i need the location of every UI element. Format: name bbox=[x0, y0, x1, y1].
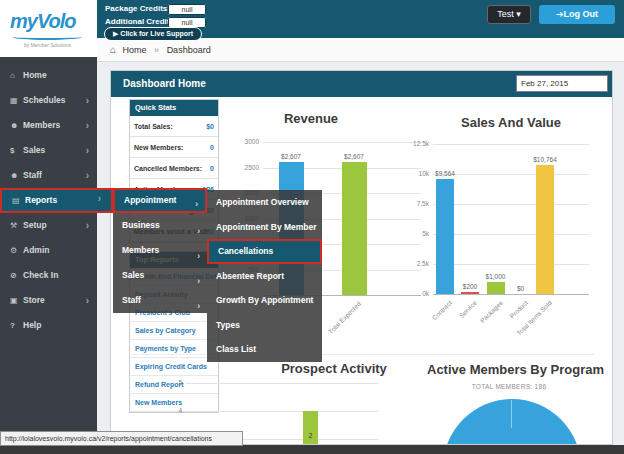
x-category-label: Contract bbox=[403, 299, 453, 349]
gridline bbox=[433, 204, 589, 205]
sidebar-item-check-in[interactable]: ⊘Check In bbox=[0, 263, 97, 288]
submenu-item-cancellations[interactable]: Cancellations bbox=[207, 239, 322, 264]
package-credits-label: Package Credits: bbox=[105, 4, 170, 13]
menu-item-business[interactable]: Business› bbox=[113, 213, 207, 238]
sidebar-item-home[interactable]: ⌂Home bbox=[0, 63, 97, 88]
bar-value-label: $1,000 bbox=[474, 273, 518, 280]
menu-item-sales[interactable]: Sales› bbox=[113, 263, 207, 288]
sidebar-item-label: Staff bbox=[23, 170, 42, 180]
y-tick-label: 4 bbox=[150, 407, 182, 414]
chevron-right-icon: › bbox=[195, 194, 198, 215]
sidebar-item-staff[interactable]: ☻Staff› bbox=[0, 163, 97, 188]
status-url-tooltip: http://lolalovesvolo.myvolo.ca/v2/report… bbox=[0, 431, 243, 446]
checkin-icon: ⊘ bbox=[10, 263, 23, 288]
submenu-item-label: Appointment By Member bbox=[216, 222, 317, 232]
menu-item-staff[interactable]: Staff› bbox=[113, 288, 207, 313]
chevron-right-icon: › bbox=[86, 213, 89, 238]
brand-tagline: by Member Solutions bbox=[24, 42, 71, 48]
gridline bbox=[433, 264, 589, 265]
submenu-item-label: Appointment Overview bbox=[216, 197, 309, 207]
submenu-item-types[interactable]: Types bbox=[207, 313, 322, 338]
submenu-item-label: Cancellations bbox=[218, 246, 273, 256]
sidebar-item-help[interactable]: ?Help bbox=[0, 313, 97, 338]
pie-slice-divider bbox=[511, 400, 512, 428]
sidebar-item-label: Reports bbox=[25, 195, 57, 205]
sidebar-item-label: Store bbox=[23, 295, 45, 305]
home-icon: ⌂ bbox=[110, 44, 116, 55]
breadcrumb-separator: » bbox=[154, 45, 159, 55]
bar bbox=[461, 292, 479, 294]
sidebar-item-label: Sales bbox=[23, 145, 45, 155]
gridline bbox=[433, 144, 589, 145]
sidebar-item-reports[interactable]: ▤Reports› bbox=[0, 188, 113, 213]
home-icon: ⌂ bbox=[10, 63, 23, 88]
y-tick-label: 2.5k bbox=[397, 260, 429, 267]
sidebar-item-setup[interactable]: ⚒Setup› bbox=[0, 213, 97, 238]
app-window: Package Credits: null Additional Credits… bbox=[0, 0, 624, 454]
x-category-label: Packages bbox=[453, 299, 503, 349]
member-icon: ☻ bbox=[10, 113, 23, 138]
bar-value-label: $2,607 bbox=[332, 153, 376, 160]
chevron-right-icon: › bbox=[86, 138, 89, 163]
sidebar-item-label: Admin bbox=[23, 245, 49, 255]
sidebar-item-members[interactable]: ☻Members› bbox=[0, 113, 97, 138]
bar-value-label: $200 bbox=[448, 283, 492, 290]
dollar-icon: $ bbox=[10, 138, 23, 163]
breadcrumb-home[interactable]: Home bbox=[123, 45, 147, 55]
x-axis-line bbox=[433, 294, 589, 295]
bar-value-label: 2 bbox=[289, 432, 333, 439]
gear-icon: ⚙ bbox=[10, 238, 23, 263]
gridline bbox=[186, 383, 379, 384]
bar bbox=[436, 179, 454, 294]
chevron-right-icon: › bbox=[86, 288, 89, 313]
menu-item-label: Business bbox=[122, 220, 160, 230]
sidebar-item-label: Schedules bbox=[23, 95, 66, 105]
sidebar-item-label: Members bbox=[23, 120, 60, 130]
submenu-item-label: Class List bbox=[216, 344, 256, 354]
caret-down-icon: ▾ bbox=[516, 9, 521, 19]
help-icon: ? bbox=[10, 313, 23, 338]
submenu-item-growth-by-appointment[interactable]: Growth By Appointment bbox=[207, 288, 322, 313]
submenu-item-label: Growth By Appointment bbox=[216, 295, 313, 305]
sidebar-item-store[interactable]: ▣Store› bbox=[0, 288, 97, 313]
menu-item-members[interactable]: Members› bbox=[113, 238, 207, 263]
submenu-item-appointment-overview[interactable]: Appointment Overview bbox=[207, 190, 322, 215]
sidebar-item-label: Check In bbox=[23, 270, 58, 280]
chart-title: Prospect Activity bbox=[254, 361, 414, 376]
menu-item-label: Appointment bbox=[124, 195, 176, 205]
user-menu-button[interactable]: Test ▾ bbox=[487, 5, 531, 24]
sidebar-item-label: Setup bbox=[23, 220, 47, 230]
sidebar-item-admin[interactable]: ⚙Admin bbox=[0, 238, 97, 263]
sidebar-item-sales[interactable]: $Sales› bbox=[0, 138, 97, 163]
bar-value-label: $2,607 bbox=[269, 153, 313, 160]
bar-value-label: $9,564 bbox=[423, 170, 467, 177]
logout-button[interactable]: ➔Log Out bbox=[539, 5, 615, 24]
menu-item-label: Members bbox=[122, 245, 159, 255]
menu-item-label: Sales bbox=[122, 270, 144, 280]
y-tick-label: 12.5k bbox=[397, 140, 429, 147]
store-icon: ▣ bbox=[10, 288, 23, 313]
submenu-item-absentee-report[interactable]: Absentee Report bbox=[207, 264, 322, 289]
bar bbox=[536, 165, 554, 294]
y-tick-label: 3000 bbox=[227, 138, 259, 145]
bottom-strip bbox=[0, 445, 624, 454]
appointment-submenu: Appointment OverviewAppointment By Membe… bbox=[207, 190, 322, 362]
logo[interactable]: myVolo by Member Solutions bbox=[0, 0, 97, 57]
sidebar-nav: ⌂Home▦Schedules›☻Members›$Sales›☻Staff›▤… bbox=[0, 57, 97, 445]
pie-circle bbox=[443, 399, 581, 445]
submenu-item-class-list[interactable]: Class List bbox=[207, 337, 322, 362]
sidebar-item-schedules[interactable]: ▦Schedules› bbox=[0, 88, 97, 113]
package-credits-value[interactable]: null bbox=[168, 4, 206, 15]
chevron-right-icon: › bbox=[86, 113, 89, 138]
sidebar-item-label: Home bbox=[23, 70, 47, 80]
live-support-button[interactable]: ▶ Click for Live Support bbox=[104, 27, 202, 41]
chevron-right-icon: › bbox=[98, 188, 101, 209]
breadcrumb: ⌂ Home » Dashboard bbox=[97, 38, 624, 62]
sidebar-item-label: Help bbox=[23, 320, 41, 330]
gridline bbox=[433, 234, 589, 235]
menu-item-label: Staff bbox=[122, 295, 141, 305]
staff-icon: ☻ bbox=[10, 163, 23, 188]
x-category-label: Total Items Sold bbox=[503, 299, 553, 349]
submenu-item-appointment-by-member[interactable]: Appointment By Member bbox=[207, 215, 322, 240]
menu-item-appointment[interactable]: Appointment› bbox=[113, 188, 207, 213]
